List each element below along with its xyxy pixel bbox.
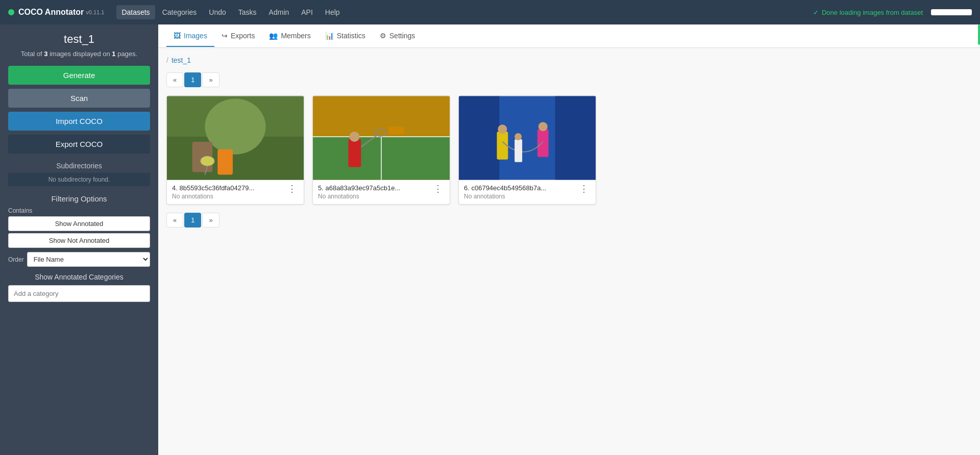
nav-datasets[interactable]: Datasets [116,5,155,19]
show-annotated-categories-label: Show Annotated Categories [8,273,150,281]
image-thumbnail-3 [459,96,596,180]
svg-rect-21 [537,129,549,157]
svg-rect-17 [459,96,499,180]
svg-point-24 [514,133,522,140]
sidebar: test_1 Total of 3 images displayed on 1 … [0,24,158,455]
generate-button[interactable]: Generate [8,66,150,85]
status-text: Done loading images from dataset [822,9,923,16]
tab-bar: 🖼 Images ↪ Exports 👥 Members 📊 Statistic… [158,24,980,48]
tab-settings[interactable]: ⚙ Settings [373,26,423,47]
top-nav: COCO Annotator v0.11.1 Datasets Categori… [0,0,980,24]
card-title-3: 6. c06794ec4b549568b7a... [464,184,546,192]
svg-rect-18 [555,96,596,180]
dataset-info: Total of 3 images displayed on 1 pages. [8,50,150,58]
tab-images[interactable]: 🖼 Images [166,26,214,47]
order-label: Order [8,256,24,263]
card-menu-button-3[interactable]: ⋮ [577,184,591,193]
add-category-input[interactable] [8,285,150,302]
svg-rect-23 [514,139,522,162]
prev-page-button[interactable]: « [166,72,183,87]
export-coco-button[interactable]: Export COCO [8,135,150,154]
nav-api[interactable]: API [296,5,318,19]
app-version: v0.11.1 [86,9,104,15]
filtering-options-header: Filtering Options [8,194,150,203]
card-menu-button-2[interactable]: ⋮ [431,184,445,193]
order-select[interactable]: File Name Date Created Date Modified [27,252,150,267]
svg-rect-11 [348,139,361,167]
svg-rect-15 [389,127,404,134]
svg-point-20 [498,124,507,134]
page-1-button[interactable]: 1 [184,72,201,87]
progress-bar [931,9,972,15]
svg-point-22 [538,122,548,131]
card-footer-text-3: 6. c06794ec4b549568b7a... No annotations [464,184,546,200]
contains-label: Contains [8,207,150,214]
settings-icon: ⚙ [380,32,386,40]
breadcrumb: / test_1 [166,56,972,64]
card-footer-text-1: 4. 8b5593c5c36fdfa04279... No annotation… [172,184,254,200]
card-footer-3: 6. c06794ec4b549568b7a... No annotations… [459,180,596,204]
main-layout: test_1 Total of 3 images displayed on 1 … [0,24,980,455]
svg-point-2 [205,99,265,155]
nav-tasks[interactable]: Tasks [233,5,262,19]
scroll-accent [978,24,980,45]
card-footer-1: 4. 8b5593c5c36fdfa04279... No annotation… [167,180,304,204]
tab-statistics[interactable]: 📊 Statistics [318,26,373,47]
nav-categories[interactable]: Categories [157,5,202,19]
nav-help[interactable]: Help [320,5,345,19]
image-card-2[interactable]: 5. a68a83a93ec97a5cb1e... No annotations… [312,95,450,205]
status-message: ✓ Done loading images from dataset [813,9,972,16]
export-icon: ↪ [222,32,228,40]
prev-page-button-bottom[interactable]: « [166,213,183,228]
import-coco-button[interactable]: Import COCO [8,112,150,131]
nav-undo[interactable]: Undo [204,5,231,19]
tab-exports-label: Exports [231,32,255,40]
dataset-title: test_1 [8,33,150,46]
images-count: 3 [44,50,47,58]
page-1-button-bottom[interactable]: 1 [184,213,201,228]
scan-button[interactable]: Scan [8,89,150,108]
image-icon: 🖼 [174,32,181,40]
order-row: Order File Name Date Created Date Modifi… [8,252,150,267]
stats-icon: 📊 [325,32,334,40]
card-title-1: 4. 8b5593c5c36fdfa04279... [172,184,254,192]
subdirectory-info: No subdirectory found. [8,173,150,186]
image-card-1[interactable]: 4. 8b5593c5c36fdfa04279... No annotation… [166,95,304,205]
pagination-bottom: « 1 » [166,213,972,228]
checkmark-icon: ✓ [813,9,819,16]
members-icon: 👥 [269,32,278,40]
content-area: / test_1 « 1 » [158,48,980,455]
svg-point-12 [349,132,359,142]
card-annotation-3: No annotations [464,193,546,200]
image-thumbnail-2 [313,96,450,180]
tab-exports[interactable]: ↪ Exports [214,26,262,47]
main-content: 🖼 Images ↪ Exports 👥 Members 📊 Statistic… [158,24,980,455]
card-menu-button-1[interactable]: ⋮ [285,184,299,193]
breadcrumb-link[interactable]: test_1 [172,56,191,64]
nav-admin[interactable]: Admin [264,5,295,19]
logo-dot [8,9,14,15]
card-annotation-1: No annotations [172,193,254,200]
tab-settings-label: Settings [389,32,415,40]
image-grid: 4. 8b5593c5c36fdfa04279... No annotation… [166,95,972,205]
card-footer-2: 5. a68a83a93ec97a5cb1e... No annotations… [313,180,450,204]
progress-bar-fill [931,9,972,15]
svg-point-5 [201,156,215,166]
next-page-button[interactable]: » [202,72,219,87]
tab-statistics-label: Statistics [337,32,365,40]
app-title: COCO Annotator [18,8,84,17]
pagination-top: « 1 » [166,72,972,87]
pages-count: 1 [112,50,115,58]
tab-members[interactable]: 👥 Members [262,26,317,47]
card-annotation-2: No annotations [318,193,400,200]
breadcrumb-separator: / [166,56,168,64]
image-card-3[interactable]: 6. c06794ec4b549568b7a... No annotations… [458,95,596,205]
main-nav-links: Datasets Categories Undo Tasks Admin API… [116,5,345,19]
next-page-button-bottom[interactable]: » [202,213,219,228]
show-annotated-button[interactable]: Show Annotated [8,216,150,231]
card-title-2: 5. a68a83a93ec97a5cb1e... [318,184,400,192]
show-not-annotated-button[interactable]: Show Not Annotated [8,233,150,248]
image-thumbnail-1 [167,96,304,180]
tab-members-label: Members [281,32,310,40]
svg-rect-4 [217,149,233,175]
